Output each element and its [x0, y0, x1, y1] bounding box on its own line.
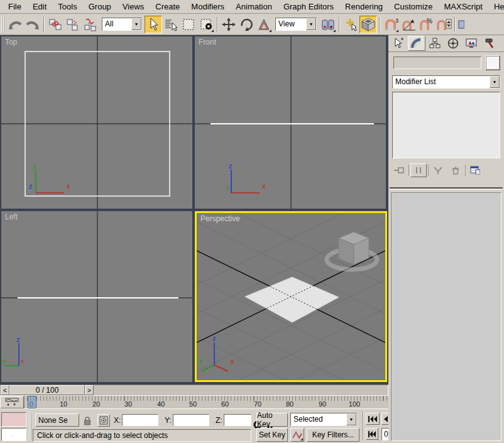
menu-rendering[interactable]: Rendering [339, 1, 388, 13]
viewport-top-canvas: y x z [1, 36, 192, 209]
maxscript-macro-recorder-line[interactable] [1, 412, 26, 427]
open-mini-curve-editor-button[interactable] [0, 396, 24, 408]
menu-customize[interactable]: Customize [388, 1, 438, 13]
rectangular-selection-region-button[interactable] [180, 16, 197, 33]
dropdown-arrow-icon[interactable]: ▼ [306, 18, 316, 30]
make-unique-button[interactable] [430, 163, 446, 177]
time-slider-prev-button[interactable]: < [1, 385, 9, 395]
window-crossing-toggle-button[interactable] [197, 16, 215, 33]
select-by-name-button[interactable] [162, 16, 180, 33]
keyboard-shortcut-override-toggle[interactable] [359, 16, 377, 33]
menu-graph-editors[interactable]: Graph Editors [278, 1, 339, 13]
select-and-move-button[interactable] [220, 16, 238, 33]
viewport-left[interactable]: Left z y x [1, 211, 192, 382]
reference-coordinate-system-dropdown[interactable]: View ▼ [275, 18, 317, 31]
undo-button[interactable] [6, 16, 24, 33]
key-filter-scope-value: Selected [291, 413, 346, 425]
time-slider-track[interactable]: < 0 / 100 > [0, 385, 388, 396]
viewport-perspective-active[interactable]: Perspective [195, 211, 387, 382]
listener-splitter[interactable] [29, 413, 31, 440]
menu-animation[interactable]: Animation [230, 1, 278, 13]
selection-lock-toggle[interactable] [82, 415, 93, 426]
modifier-stack-list[interactable] [392, 92, 500, 158]
menu-modifiers[interactable]: Modifiers [185, 1, 230, 13]
dropdown-arrow-icon[interactable]: ▼ [131, 18, 141, 30]
menu-maxscript[interactable]: MAXScript [439, 1, 488, 13]
dropdown-arrow-icon[interactable]: ▼ [346, 413, 356, 425]
maxscript-listener-line[interactable]: . [1, 428, 26, 441]
absolute-mode-toggle[interactable] [97, 414, 110, 427]
viewport-front[interactable]: Front z x y [195, 36, 386, 209]
svg-text:x: x [21, 358, 24, 364]
modifier-list-dropdown[interactable]: Modifier List ▼ [392, 75, 500, 89]
menu-create[interactable]: Create [150, 1, 185, 13]
select-and-link-button[interactable] [47, 16, 64, 33]
command-panel-tabs [388, 35, 504, 52]
menu-help[interactable]: Help [488, 1, 504, 13]
spinner-snap-toggle-button[interactable] [435, 16, 452, 33]
menu-file[interactable]: File [3, 1, 27, 13]
key-mode-toggle-button[interactable] [366, 428, 378, 440]
go-to-start-button[interactable] [366, 413, 380, 425]
svg-text:x: x [262, 182, 266, 190]
selection-filter-dropdown[interactable]: All ▼ [102, 18, 142, 31]
key-filters-button[interactable]: Key Filters... [307, 428, 359, 442]
object-color-swatch[interactable] [485, 55, 500, 70]
tab-create[interactable] [390, 36, 407, 51]
hierarchy-icon [429, 38, 441, 49]
snaps-toggle-3d-button[interactable]: 3 [382, 16, 400, 33]
prompt-line: Click or click-and-drag to select object… [33, 429, 251, 442]
show-end-result-button[interactable] [410, 163, 427, 177]
toolbar-grip[interactable] [1, 17, 4, 32]
menu-tools[interactable]: Tools [52, 1, 82, 13]
rotate-icon [239, 18, 253, 31]
select-and-rotate-button[interactable] [238, 16, 255, 33]
separator [363, 412, 364, 440]
select-and-scale-button[interactable] [255, 16, 273, 33]
menu-edit[interactable]: Edit [27, 1, 52, 13]
unlink-selection-button[interactable] [64, 16, 82, 33]
configure-modifier-sets-icon [470, 166, 480, 175]
select-object-button[interactable] [145, 16, 162, 33]
menu-views[interactable]: Views [117, 1, 150, 13]
rollout-area[interactable] [391, 192, 501, 441]
current-frame-marker[interactable] [28, 396, 36, 408]
percent-snap-toggle-button[interactable]: % [417, 16, 435, 33]
set-key-button[interactable]: Set Key [256, 428, 288, 442]
ruler-ticks [27, 396, 388, 401]
viewport-area: Top y x z Front z x [0, 35, 388, 385]
viewport-top[interactable]: Top y x z [1, 36, 192, 209]
key-filter-scope-dropdown[interactable]: Selected ▼ [290, 413, 357, 426]
auto-key-button[interactable]: Auto Key [256, 413, 288, 427]
mirror-button-clipped[interactable] [457, 16, 465, 33]
tab-motion[interactable] [444, 36, 462, 51]
pin-stack-button[interactable] [391, 163, 407, 177]
remove-modifier-button[interactable] [447, 163, 464, 177]
tab-display[interactable] [463, 36, 480, 51]
tab-modify[interactable] [408, 36, 425, 51]
x-coordinate-input[interactable] [122, 414, 158, 426]
undo-icon [8, 18, 23, 31]
window-crossing-icon [199, 18, 213, 31]
configure-modifier-sets-button[interactable] [467, 163, 483, 177]
time-slider-handle[interactable]: 0 / 100 [9, 385, 85, 395]
angle-snap-toggle-button[interactable] [400, 16, 417, 33]
tab-utilities[interactable] [481, 36, 498, 51]
time-slider-next-button[interactable]: > [85, 385, 94, 395]
bind-to-space-warp-button[interactable] [82, 16, 99, 33]
y-coordinate-input[interactable] [173, 414, 209, 426]
modifier-list-value: Modifier List [393, 76, 490, 88]
dropdown-arrow-icon[interactable]: ▼ [490, 76, 500, 88]
panel-divider [390, 187, 503, 190]
use-pivot-point-center-button[interactable] [319, 16, 337, 33]
default-tangent-button[interactable] [290, 428, 304, 442]
trash-icon [451, 166, 460, 175]
object-name-field[interactable] [393, 57, 481, 69]
z-coordinate-input[interactable] [224, 414, 251, 426]
select-and-manipulate-button[interactable] [342, 16, 359, 33]
magnet-percent-icon: % [418, 17, 434, 32]
redo-button[interactable] [24, 16, 41, 33]
track-bar-ruler[interactable]: 0 10 20 30 40 50 60 70 80 90 100 [24, 396, 388, 408]
menu-group[interactable]: Group [83, 1, 117, 13]
tab-hierarchy[interactable] [426, 36, 444, 51]
